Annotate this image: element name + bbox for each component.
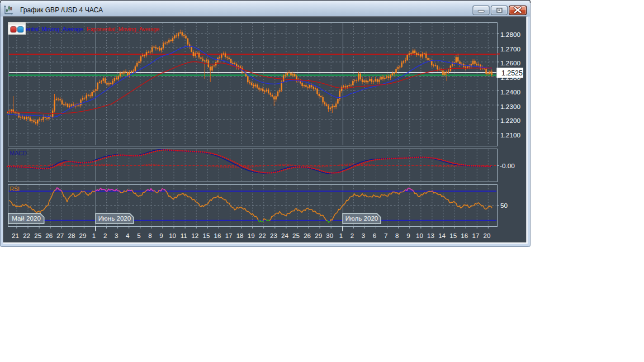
svg-text:1.2200: 1.2200 — [500, 117, 521, 125]
svg-text:Июль 2020: Июль 2020 — [345, 215, 378, 222]
svg-text:25: 25 — [292, 232, 300, 239]
svg-text:20: 20 — [483, 232, 490, 239]
svg-text:15: 15 — [449, 232, 457, 239]
svg-text:8: 8 — [148, 232, 151, 239]
svg-text:11: 11 — [181, 232, 187, 239]
svg-text:23: 23 — [270, 232, 277, 239]
svg-text:2: 2 — [103, 232, 107, 239]
svg-text:6: 6 — [373, 232, 376, 239]
svg-text:1.2700: 1.2700 — [500, 45, 521, 53]
svg-text:10: 10 — [416, 232, 423, 239]
svg-text:28: 28 — [68, 232, 75, 239]
svg-text:25: 25 — [34, 232, 41, 239]
svg-text:22: 22 — [23, 232, 30, 239]
svg-text:29: 29 — [315, 232, 322, 239]
svg-text:26: 26 — [45, 232, 53, 239]
svg-text:27: 27 — [56, 232, 64, 239]
svg-text:8: 8 — [395, 232, 399, 239]
svg-text:1.2600: 1.2600 — [500, 59, 521, 67]
svg-text:13: 13 — [427, 232, 434, 239]
svg-text:26: 26 — [304, 232, 311, 239]
svg-text:4: 4 — [126, 232, 130, 239]
svg-text:ential_Moving_Average: ential_Moving_Average — [26, 26, 83, 32]
svg-text:Июнь 2020: Июнь 2020 — [98, 215, 131, 222]
svg-text:24: 24 — [281, 232, 288, 239]
svg-text:RSI: RSI — [10, 186, 20, 192]
svg-text:18: 18 — [236, 232, 244, 239]
svg-text:1: 1 — [92, 232, 96, 239]
svg-text:9: 9 — [159, 232, 163, 239]
svg-text:14: 14 — [438, 232, 446, 239]
svg-text:Май 2020: Май 2020 — [12, 215, 41, 222]
svg-text:MACD: MACD — [10, 150, 27, 156]
svg-text:15: 15 — [202, 232, 210, 239]
svg-text:1: 1 — [339, 232, 343, 239]
svg-text:7: 7 — [384, 232, 387, 239]
svg-text:50: 50 — [500, 202, 508, 209]
svg-text:1.2300: 1.2300 — [500, 103, 521, 111]
svg-text:30: 30 — [326, 232, 333, 239]
svg-text:2: 2 — [351, 232, 354, 239]
svg-text:17: 17 — [225, 232, 233, 239]
svg-text:3: 3 — [362, 232, 365, 239]
svg-text:21: 21 — [12, 232, 19, 239]
svg-text:1.2100: 1.2100 — [500, 131, 521, 139]
svg-text:3: 3 — [115, 232, 118, 239]
svg-text:29: 29 — [79, 232, 87, 239]
svg-text:-0.00: -0.00 — [500, 162, 515, 170]
svg-text:17: 17 — [472, 232, 479, 239]
svg-text:1.2800: 1.2800 — [500, 31, 521, 39]
svg-text:1.2400: 1.2400 — [500, 88, 521, 96]
svg-text:10: 10 — [169, 232, 176, 239]
svg-text:1.2525: 1.2525 — [501, 69, 523, 77]
svg-text:22: 22 — [259, 232, 266, 239]
svg-text:5: 5 — [137, 232, 140, 239]
svg-text:12: 12 — [191, 232, 198, 239]
svg-text:16: 16 — [214, 232, 221, 239]
svg-text:19: 19 — [248, 232, 255, 239]
svg-text:График GBP /USD 4 ЧАСА: График GBP /USD 4 ЧАСА — [20, 6, 103, 14]
svg-text:16: 16 — [461, 232, 468, 239]
svg-text:Exponential_Moving_Average: Exponential_Moving_Average — [87, 26, 160, 32]
svg-text:9: 9 — [406, 232, 410, 239]
